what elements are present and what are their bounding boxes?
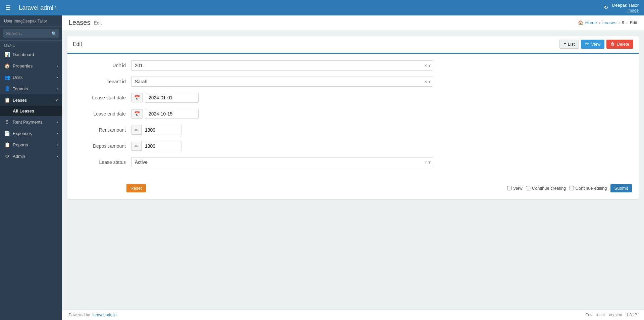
tenant-id-label: Tenant id <box>77 79 131 84</box>
sidebar-sub-label: All Leases <box>13 108 34 113</box>
rent-amount-input[interactable] <box>141 125 181 135</box>
continue-creating-checkbox-label[interactable]: Continue creating <box>526 186 566 191</box>
rent-amount-label: Rent amount <box>77 127 131 133</box>
tenant-id-value: Sarah <box>131 77 422 86</box>
top-nav: ☰ Laravel admin ↻ Deepak Tailor Image <box>0 0 644 15</box>
page-subtitle: Edit <box>94 20 102 26</box>
delete-button[interactable]: 🗑 Delete <box>606 40 633 49</box>
submit-button[interactable]: Submit <box>610 184 632 192</box>
lease-start-input[interactable] <box>145 93 199 103</box>
clear-icon[interactable]: × <box>424 79 427 84</box>
home-icon: 🏠 <box>578 20 583 25</box>
sidebar-user-prefix: User Imag <box>4 19 22 24</box>
sidebar-item-label: Dashboard <box>13 52 34 57</box>
breadcrumb-edit: Edit <box>630 20 637 25</box>
dashboard-icon: 📊 <box>4 52 10 57</box>
properties-icon: 🏠 <box>4 63 10 68</box>
powered-by-text: Powered by <box>69 313 90 317</box>
chevron-right-icon: › <box>57 87 58 91</box>
amount-wrapper: ✏ <box>131 141 433 151</box>
chevron-right-icon: › <box>57 75 58 79</box>
sidebar-item-tenants[interactable]: 👤 Tenants › <box>0 83 62 94</box>
brand-logo: Laravel admin <box>19 4 57 11</box>
lease-end-label: Lease end date <box>77 111 131 117</box>
lease-end-input[interactable] <box>145 109 199 119</box>
unit-id-select[interactable]: 201 × ▾ <box>131 60 433 71</box>
sidebar-item-label: Expenses <box>13 131 32 136</box>
select-actions[interactable]: × ▾ <box>422 79 433 84</box>
edit-icon[interactable]: ✏ <box>131 126 141 135</box>
search-icon[interactable]: 🔍 <box>51 31 57 36</box>
tenants-icon: 👤 <box>4 86 10 91</box>
calendar-icon[interactable]: 📅 <box>131 93 143 102</box>
sidebar-item-dashboard[interactable]: 📊 Dashboard <box>0 49 62 60</box>
sidebar: User ImagDeepak Tailor 🔍 Menu 📊 Dashboar… <box>0 15 62 320</box>
lease-end-field: 📅 <box>131 109 433 119</box>
view-checkbox-label[interactable]: View <box>507 186 523 191</box>
continue-editing-checkbox-label[interactable]: Continue editing <box>570 186 607 191</box>
select-actions[interactable]: × ▾ <box>422 63 433 68</box>
sidebar-item-all-leases[interactable]: All Leases <box>0 106 62 116</box>
sidebar-item-admin[interactable]: ⚙ Admin › <box>0 150 62 162</box>
calendar-icon[interactable]: 📅 <box>131 109 143 119</box>
lease-status-select[interactable]: Active × ▾ <box>131 157 433 167</box>
sidebar-user-section: User ImagDeepak Tailor <box>0 15 62 27</box>
chevron-right-icon: › <box>57 154 58 158</box>
list-button[interactable]: ≡ List <box>559 40 579 49</box>
nav-right: ↻ Deepak Tailor Image <box>604 3 639 13</box>
continue-creating-checkbox[interactable] <box>526 186 530 190</box>
user-image-link[interactable]: Image <box>628 8 639 13</box>
sidebar-item-leases[interactable]: 📋 Leases ∨ <box>0 94 62 106</box>
page-title-section: Leases Edit <box>69 19 102 27</box>
list-icon: ≡ <box>564 42 567 47</box>
sidebar-item-reports[interactable]: 📋 Reports › <box>0 139 62 150</box>
chevron-down-icon[interactable]: ▾ <box>428 63 431 68</box>
unit-id-label: Unit id <box>77 63 131 68</box>
sidebar-user-name: Deepak Tailor <box>22 19 47 24</box>
layout: User ImagDeepak Tailor 🔍 Menu 📊 Dashboar… <box>0 15 644 320</box>
deposit-amount-input[interactable] <box>141 141 181 151</box>
card-title: Edit <box>73 41 82 47</box>
form-body: Unit id 201 × ▾ Tenant id <box>67 54 639 180</box>
edit-icon[interactable]: ✏ <box>131 142 141 151</box>
refresh-icon[interactable]: ↻ <box>604 4 608 11</box>
clear-icon[interactable]: × <box>424 63 427 68</box>
rent-payments-icon: $ <box>4 119 10 125</box>
form-footer-right: View Continue creating Continue editing … <box>507 184 632 192</box>
view-button[interactable]: 👁 View <box>581 40 604 49</box>
breadcrumb-id: 9 <box>622 20 624 25</box>
chevron-down-icon[interactable]: ▾ <box>428 159 431 165</box>
sidebar-item-properties[interactable]: 🏠 Properties › <box>0 60 62 72</box>
lease-start-field: 📅 <box>131 93 433 103</box>
select-actions[interactable]: × ▾ <box>422 159 433 165</box>
admin-icon: ⚙ <box>4 153 10 159</box>
lease-status-value: Active <box>131 157 422 167</box>
laravel-admin-link[interactable]: laravel-admin <box>93 313 117 317</box>
chevron-down-icon[interactable]: ▾ <box>428 79 431 84</box>
search-wrapper: 🔍 <box>3 29 59 38</box>
continue-editing-checkbox[interactable] <box>570 186 574 190</box>
breadcrumb-home[interactable]: Home <box>585 20 597 25</box>
brand-laravel: Laravel <box>19 4 39 11</box>
search-input[interactable] <box>3 29 59 38</box>
reset-button[interactable]: Reset <box>126 184 146 192</box>
view-checkbox[interactable] <box>507 186 512 190</box>
lease-end-group: Lease end date 📅 <box>77 109 629 119</box>
sidebar-item-rent-payments[interactable]: $ Rent Payments › <box>0 116 62 128</box>
clear-icon[interactable]: × <box>424 159 427 165</box>
sidebar-item-units[interactable]: 👥 Units › <box>0 72 62 83</box>
sidebar-item-label: Properties <box>13 63 33 68</box>
lease-status-group: Lease status Active × ▾ <box>77 157 629 167</box>
breadcrumb-leases[interactable]: Leases <box>602 20 616 25</box>
brand-admin: admin <box>39 4 57 11</box>
tenant-id-select[interactable]: Sarah × ▾ <box>131 77 433 87</box>
footer-right: Env local Version 1.8.17 <box>585 313 637 317</box>
card-header: Edit ≡ List 👁 View 🗑 Delete <box>67 36 639 54</box>
unit-id-group: Unit id 201 × ▾ <box>77 60 629 71</box>
hamburger-icon[interactable]: ☰ <box>5 4 11 11</box>
sidebar-item-expenses[interactable]: 📄 Expenses › <box>0 128 62 139</box>
main-content: Leases Edit 🏠 Home › Leases › 9 › Edit E… <box>62 15 644 320</box>
unit-id-value: 201 <box>131 61 422 70</box>
card-actions: ≡ List 👁 View 🗑 Delete <box>559 40 633 49</box>
sidebar-search-box: 🔍 <box>0 27 62 41</box>
